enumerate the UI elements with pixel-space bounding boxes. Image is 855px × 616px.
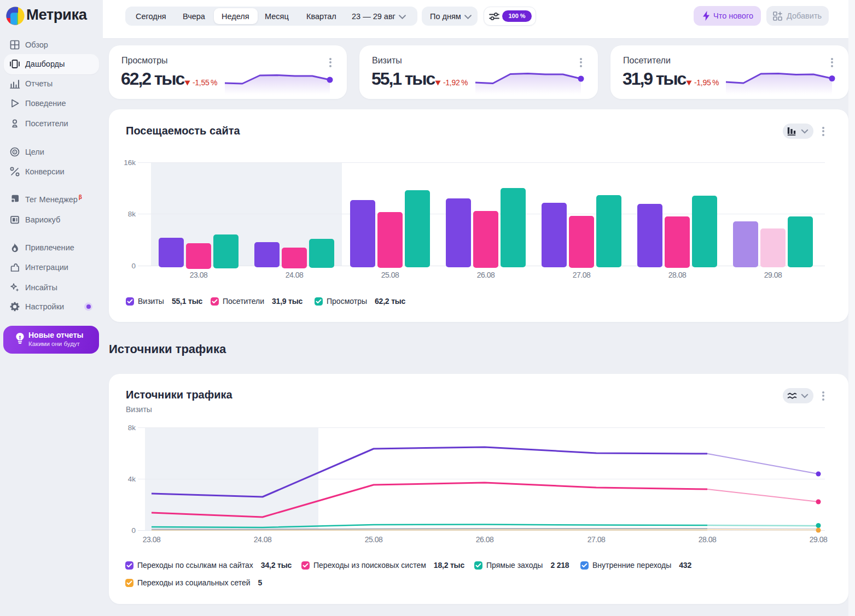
svg-text:27.08: 27.08 xyxy=(588,535,606,544)
svg-text:29.08: 29.08 xyxy=(810,535,828,544)
svg-text:23.08: 23.08 xyxy=(143,535,161,544)
svg-text:0: 0 xyxy=(131,526,136,535)
svg-text:26.08: 26.08 xyxy=(477,271,495,279)
svg-text:25.08: 25.08 xyxy=(381,271,399,279)
svg-text:26.08: 26.08 xyxy=(476,535,494,544)
svg-text:24.08: 24.08 xyxy=(286,271,304,279)
svg-text:24.08: 24.08 xyxy=(254,535,272,544)
svg-text:8k: 8k xyxy=(128,210,136,218)
svg-text:0: 0 xyxy=(131,262,136,270)
svg-text:28.08: 28.08 xyxy=(699,535,717,544)
svg-text:4k: 4k xyxy=(128,475,136,483)
svg-text:28.08: 28.08 xyxy=(668,271,687,279)
svg-text:25.08: 25.08 xyxy=(365,535,383,544)
svg-text:27.08: 27.08 xyxy=(573,271,591,279)
svg-text:29.08: 29.08 xyxy=(764,271,782,279)
svg-text:16k: 16k xyxy=(124,159,136,167)
svg-text:8k: 8k xyxy=(128,424,136,432)
svg-text:23.08: 23.08 xyxy=(190,271,208,279)
